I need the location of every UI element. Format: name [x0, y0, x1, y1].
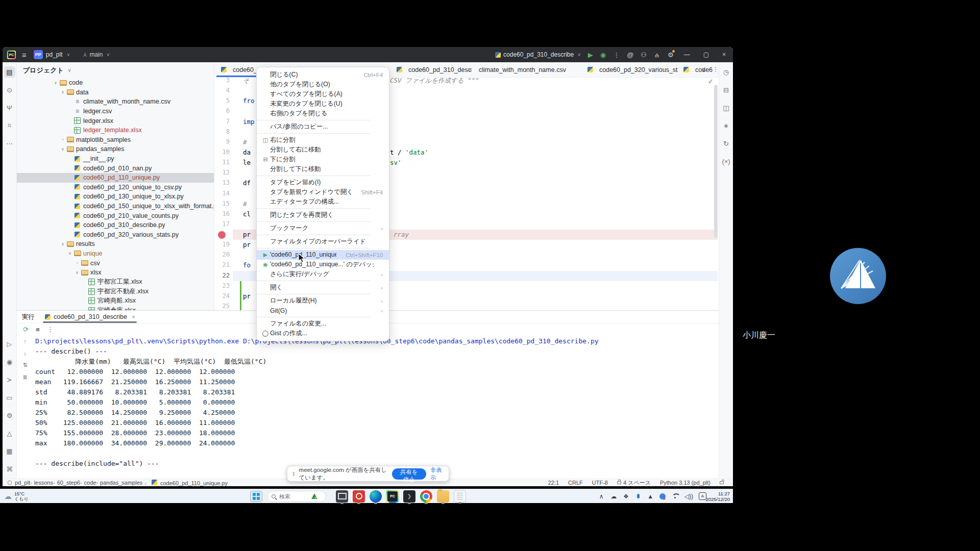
structure-bottom-icon[interactable]: ▦	[4, 445, 15, 457]
tree-row[interactable]: code60_pd_120_unique_to_csv.py	[17, 183, 214, 192]
context-menu-item[interactable]: ファイルタイプのオーバーライド	[257, 237, 389, 246]
search-everywhere-icon[interactable]: 🜁	[654, 51, 660, 59]
context-menu-item[interactable]	[257, 279, 389, 283]
tree-row[interactable]: ledger.csv	[17, 107, 214, 116]
context-menu-item[interactable]: タブを新規ウィンドウで開く Shift+F4	[257, 187, 389, 197]
tree-chevron-icon[interactable]: ∨	[60, 90, 66, 94]
tree-chevron-icon[interactable]: ∨	[60, 147, 66, 152]
taskbar-chrome[interactable]	[420, 490, 432, 503]
maximize-button[interactable]: ▢	[700, 51, 712, 58]
microphone-icon[interactable]	[635, 494, 642, 498]
editor-tab[interactable]: code60_pd_320_various_stats.py	[583, 62, 678, 77]
search-input[interactable]	[278, 493, 309, 500]
context-menu-item[interactable]: ◯ Gist の作成...	[257, 329, 389, 338]
tree-chevron-icon[interactable]: ›	[60, 137, 66, 142]
context-menu-item[interactable]: パス/参照のコピー...	[257, 122, 389, 132]
context-menu-item[interactable]: 開く ›	[257, 283, 389, 292]
context-menu-item[interactable]: ⊟ 下に分割	[257, 155, 389, 164]
status-bar-item[interactable]	[720, 481, 726, 484]
ai-assistant-icon[interactable]: ∗	[721, 120, 732, 131]
context-menu-item[interactable]	[257, 207, 389, 210]
antenna-icon[interactable]: ▲	[647, 493, 654, 500]
tree-row[interactable]: code60_pd_320_various_stats.py	[17, 230, 214, 240]
run-configuration-selector[interactable]: code60_pd_310_describe ∨	[495, 51, 581, 58]
tray-expand-icon[interactable]: ∧	[598, 493, 605, 500]
meet-ball-icon[interactable]	[659, 493, 666, 499]
tree-row[interactable]: 宮崎商船.xlsx	[17, 296, 214, 306]
tree-row[interactable]: ledger.xlsx	[17, 116, 214, 126]
taskbar-explorer[interactable]	[437, 490, 449, 503]
tree-chevron-icon[interactable]: ∨	[67, 251, 73, 256]
drag-handle-icon[interactable]: ‖	[292, 471, 295, 477]
python-console-icon[interactable]: ≻	[4, 374, 15, 385]
pull-requests-icon[interactable]: Ψ	[4, 102, 15, 113]
context-menu-item[interactable]: さらに実行/デバッグ ›	[257, 269, 389, 279]
onedrive-icon[interactable]: ☁	[610, 493, 617, 500]
context-menu-item[interactable]: Git(G) ›	[257, 306, 389, 315]
tree-row[interactable]: ∨ unique	[17, 249, 214, 259]
tree-row[interactable]: ∨ pandas_samples	[17, 144, 214, 154]
status-bar-item[interactable]: 4 スペース	[617, 479, 651, 487]
context-menu-item[interactable]: 右側のタブを閉じる	[257, 109, 389, 118]
context-menu-item[interactable]: ファイル名の変更...	[257, 319, 389, 329]
context-menu-item[interactable]: 他のタブを閉じる(O)	[257, 80, 389, 89]
breadcrumb-item[interactable]: pd_plt	[15, 480, 30, 486]
minimize-button[interactable]: —	[681, 51, 693, 58]
tree-row[interactable]: code60_pd_010_nan.py	[17, 163, 214, 173]
tree-row[interactable]: code60_pd_310_describe.py	[17, 220, 214, 230]
taskbar-search[interactable]	[267, 491, 326, 502]
stop-sharing-button[interactable]: 共有を停止	[392, 468, 426, 480]
tree-row[interactable]: __init__.py	[17, 154, 214, 164]
start-button[interactable]	[250, 491, 262, 502]
taskbar-dark-app[interactable]: ❯	[403, 490, 415, 503]
services-icon[interactable]: ⚙	[4, 410, 15, 421]
tree-row[interactable]: › matplotlib_samples	[17, 135, 214, 145]
git-branch-selector[interactable]: Y main ∨	[83, 51, 110, 58]
database-icon[interactable]: ⊟	[721, 84, 732, 95]
scroll-up-icon[interactable]: ↑	[23, 338, 27, 344]
editor-tab[interactable]: climate_with_month_name.csv	[462, 62, 574, 77]
breakpoint-icon[interactable]	[218, 231, 226, 239]
rerun-button[interactable]: ⟳	[23, 325, 29, 333]
tree-row[interactable]: 宇都宮不動産.xlsx	[17, 287, 214, 296]
tree-row[interactable]: climate_with_month_name.csv	[17, 97, 214, 107]
context-menu-item[interactable]: すべてのタブを閉じる(A)	[257, 89, 389, 99]
soft-wrap-icon[interactable]: ⇅	[22, 362, 27, 368]
tree-row[interactable]: 宇都宮工業.xlsx	[17, 277, 214, 287]
taskbar-red-app[interactable]	[353, 490, 365, 503]
run-tab[interactable]: code60_pd_310_describe ×	[43, 311, 137, 323]
project-icon[interactable]: ▤	[4, 66, 15, 78]
wifi-icon[interactable]	[672, 493, 679, 499]
context-menu-item[interactable]: ローカル履歴(H) ›	[257, 296, 389, 306]
tree-row[interactable]: ∨ results	[17, 239, 214, 249]
taskbar-clock[interactable]: 11:27 2025/12/20	[705, 491, 730, 502]
breadcrumb-item[interactable]: pandas_samples	[96, 480, 142, 486]
run-icon[interactable]: ▷	[4, 338, 15, 349]
editor-tab[interactable]: code60_pd_310_describe.py	[392, 62, 472, 77]
breadcrumb-file[interactable]: code60_pd_110_unique.py	[144, 479, 228, 486]
more-actions-icon[interactable]: ⋮	[613, 51, 620, 59]
volume-icon[interactable]: ◁))	[684, 493, 693, 500]
tab-options-icon[interactable]: ⋮	[713, 66, 719, 73]
context-menu-item[interactable]	[257, 246, 389, 250]
context-menu-item[interactable]: ◫ 右に分割	[257, 135, 389, 145]
version-control-icon[interactable]: ⌘	[4, 463, 15, 474]
tree-row[interactable]: ledger_template.xlsx	[17, 126, 214, 135]
debug-icon[interactable]: ◉	[4, 356, 15, 367]
taskbar-pycharm[interactable]: PC	[386, 490, 399, 503]
hide-link[interactable]: 非表示	[430, 466, 444, 482]
context-menu-item[interactable]: ◉ 'code60_pd_110_unique...' のデバッグ(D)	[257, 260, 389, 269]
close-icon[interactable]: ×	[132, 314, 135, 320]
stop-button[interactable]: ■	[36, 325, 40, 333]
commit-icon[interactable]: ⊙	[4, 84, 15, 95]
context-menu-item[interactable]: 未変更のタブを閉じる(U)	[257, 99, 389, 109]
problems-icon[interactable]: △	[4, 428, 15, 439]
debug-button[interactable]: ◉	[600, 51, 606, 59]
tree-row[interactable]: code60_pd_110_unique.py	[17, 173, 214, 183]
more-tools-icon[interactable]: ⋯	[4, 138, 15, 149]
tree-chevron-icon[interactable]: ∨	[74, 270, 80, 275]
settings-gear-icon[interactable]: ⚙	[668, 51, 674, 59]
status-bar-item[interactable]: CRLF	[568, 480, 583, 486]
status-bar-item[interactable]: 22:1	[548, 480, 559, 486]
tab-overflow-icon[interactable]: ∨	[701, 66, 706, 73]
